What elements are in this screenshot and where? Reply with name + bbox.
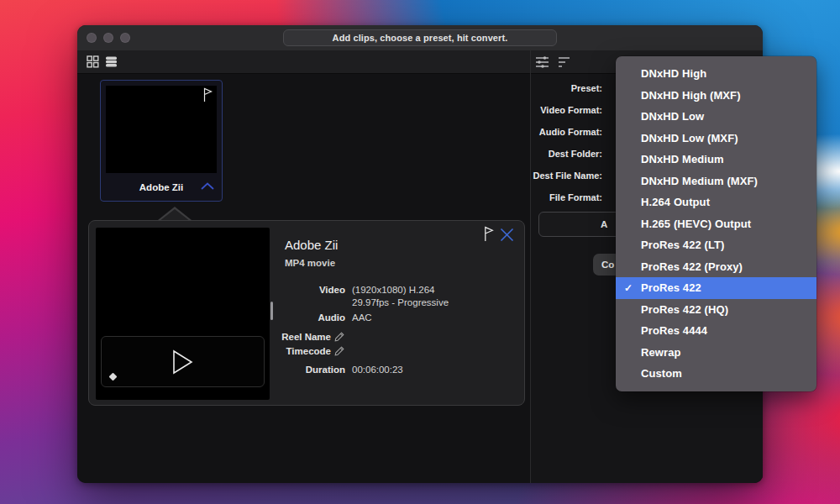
list-view-icon[interactable] xyxy=(105,55,118,68)
spec-value: AAC xyxy=(352,312,519,324)
preset-menu-item-label: H.265 (HEVC) Output xyxy=(641,218,751,230)
preset-menu-item-label: DNxHD Low (MXF) xyxy=(641,132,738,144)
spec-label: Reel Name xyxy=(198,331,345,343)
form-field-label: Audio Format: xyxy=(530,121,602,143)
flag-icon[interactable] xyxy=(482,226,495,242)
form-field-label: Dest Folder: xyxy=(530,143,602,165)
clip-card-footer: Adobe Zii xyxy=(101,173,222,201)
preset-menu-item[interactable]: DNxHD Medium (MXF) xyxy=(616,171,816,192)
preset-menu-item[interactable]: DNxHD High (MXF) xyxy=(616,85,816,107)
preset-menu-item-label: Custom xyxy=(641,367,682,380)
popover-clip-type: MP4 movie xyxy=(285,258,335,268)
spec-value xyxy=(352,331,519,343)
clip-card[interactable]: Adobe Zii xyxy=(100,80,223,202)
preset-dropdown-menu: DNxHD HighDNxHD High (MXF)DNxHD LowDNxHD… xyxy=(616,56,816,391)
popover-clip-title: Adobe Zii xyxy=(285,238,338,252)
preset-menu-item[interactable]: DNxHD Medium xyxy=(616,149,816,171)
spec-label: Duration xyxy=(198,364,345,376)
preset-menu-item[interactable]: Custom xyxy=(616,363,816,385)
spec-value: 00:06:00:23 xyxy=(352,364,519,376)
preset-menu-item[interactable]: H.265 (HEVC) Output xyxy=(616,213,816,235)
pencil-edit-icon[interactable] xyxy=(334,331,345,342)
spec-row: AudioAAC xyxy=(198,312,519,324)
clip-thumbnail[interactable] xyxy=(106,86,217,173)
form-field-label: File Format: xyxy=(530,186,602,208)
form-field-label: Video Format: xyxy=(530,99,602,121)
sort-icon[interactable] xyxy=(558,55,570,68)
preset-menu-item[interactable]: Rewrap xyxy=(616,342,816,364)
preset-menu-item[interactable]: ProRes 422 (HQ) xyxy=(616,299,816,321)
spec-value xyxy=(352,345,519,357)
spec-label: Timecode xyxy=(198,345,345,357)
pane-divider xyxy=(530,50,531,483)
spec-row: Video(1920x1080) H.26429.97fps - Progres… xyxy=(198,284,519,309)
convert-button-label: Co xyxy=(601,260,614,270)
form-field-label: Dest File Name: xyxy=(530,165,602,186)
grid-view-icon[interactable] xyxy=(87,55,99,68)
preset-menu-item-label: ProRes 4444 xyxy=(641,324,707,337)
preset-menu-item-label: ProRes 422 xyxy=(641,281,701,294)
close-window-button[interactable] xyxy=(87,33,97,43)
titlebar: Add clips, choose a preset, hit convert. xyxy=(77,25,763,50)
preset-menu-item-label: DNxHD Medium (MXF) xyxy=(641,175,758,187)
desktop-wallpaper: Add clips, choose a preset, hit convert. xyxy=(0,0,840,504)
play-icon[interactable] xyxy=(172,349,193,375)
preset-menu-item-label: DNxHD High xyxy=(641,67,706,80)
zoom-window-button[interactable] xyxy=(120,33,130,43)
clip-name: Adobe Zii xyxy=(139,182,183,192)
spec-row: Reel Name xyxy=(198,331,519,343)
settings-field-labels: Preset:Video Format:Audio Format:Dest Fo… xyxy=(530,77,602,208)
spec-label: Video xyxy=(198,284,345,309)
clip-detail-popover: Adobe Zii MP4 movie Video(1920x1080) H.2… xyxy=(88,220,525,406)
window-hint-text: Add clips, choose a preset, hit convert. xyxy=(283,29,557,46)
preset-menu-item[interactable]: ProRes 4444 xyxy=(616,320,816,342)
preset-menu-item[interactable]: ✓ProRes 422 xyxy=(616,277,816,299)
view-toggles xyxy=(87,55,118,68)
preset-menu-item-label: ProRes 422 (HQ) xyxy=(641,303,728,316)
checkmark-icon: ✓ xyxy=(624,282,638,294)
close-popover-icon[interactable] xyxy=(500,228,514,242)
preset-menu-item[interactable]: ProRes 422 (LT) xyxy=(616,234,816,256)
spec-label: Audio xyxy=(198,312,345,324)
form-field-label: Preset: xyxy=(530,77,602,99)
preset-menu-item-label: Rewrap xyxy=(641,346,681,359)
chevron-up-icon[interactable] xyxy=(201,182,214,190)
flag-icon[interactable] xyxy=(202,87,213,102)
preset-menu-item-label: ProRes 422 (LT) xyxy=(641,239,725,251)
spec-row: Timecode xyxy=(198,345,519,357)
minimize-window-button[interactable] xyxy=(103,33,113,43)
preset-menu-item[interactable]: DNxHD Low xyxy=(616,106,816,128)
clip-spec-list: Video(1920x1080) H.26429.97fps - Progres… xyxy=(198,284,519,379)
traffic-lights xyxy=(87,33,130,43)
spec-row: Duration00:06:00:23 xyxy=(198,364,519,376)
preset-menu-item[interactable]: ProRes 422 (Proxy) xyxy=(616,256,816,278)
preset-menu-item[interactable]: DNxHD High xyxy=(616,63,816,85)
pencil-edit-icon[interactable] xyxy=(334,345,345,356)
preset-menu-item-label: DNxHD Medium xyxy=(641,153,724,165)
settings-sliders-icon[interactable] xyxy=(535,55,549,68)
preset-menu-item-label: H.264 Output xyxy=(641,196,710,208)
preset-menu-item-label: DNxHD High (MXF) xyxy=(641,89,741,102)
preset-menu-item-label: ProRes 422 (Proxy) xyxy=(641,260,743,273)
panel-toggles xyxy=(535,55,570,68)
preset-menu-item-label: DNxHD Low xyxy=(641,110,704,123)
apply-button-label: A xyxy=(601,219,607,229)
spec-value: (1920x1080) H.26429.97fps - Progressive xyxy=(352,284,519,309)
preset-menu-item[interactable]: H.264 Output xyxy=(616,192,816,213)
preset-menu-item[interactable]: DNxHD Low (MXF) xyxy=(616,128,816,150)
